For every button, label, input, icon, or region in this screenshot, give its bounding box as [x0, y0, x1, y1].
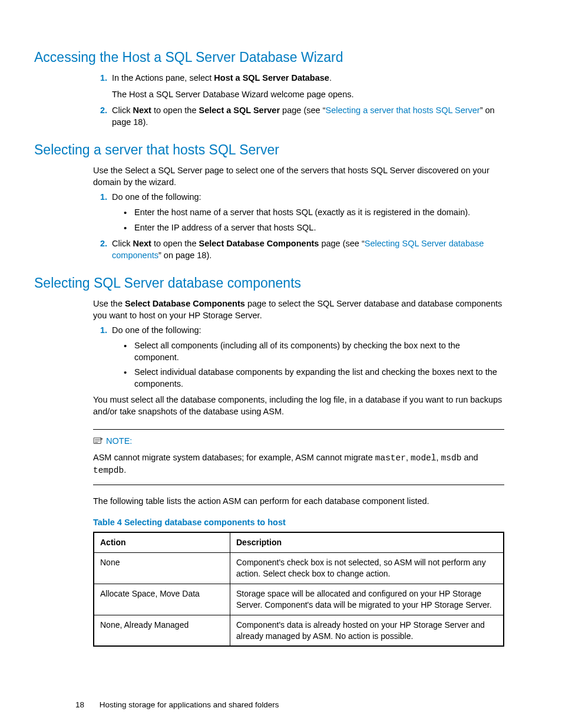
bullet-item: Enter the host name of a server that hos…: [124, 207, 504, 219]
step-number: 1.: [93, 192, 107, 203]
paragraph: You must select all the database compone…: [93, 394, 504, 417]
text: ,: [437, 453, 441, 462]
step-1: 1. Do one of the following: Enter the ho…: [93, 192, 504, 233]
text: and: [461, 453, 478, 462]
step-text: Do one of the following:: [112, 325, 201, 335]
table-row: None, Already Managed Component's data i…: [94, 615, 504, 646]
step-text: ” on page 18).: [158, 251, 211, 260]
code-text: msdb: [441, 453, 462, 463]
strong-text: Next: [133, 239, 151, 248]
step-2: 2. Click Next to open the Select a SQL S…: [93, 105, 504, 128]
code-text: tempdb: [93, 466, 124, 475]
intro-text: Use the Select a SQL Server page to sele…: [93, 165, 504, 188]
note-heading: NOTE:: [93, 436, 504, 449]
step-text: to open the: [151, 106, 199, 115]
note-icon: [93, 437, 104, 449]
step-1: 1. Do one of the following: Select all c…: [93, 325, 504, 390]
text: ,: [406, 453, 411, 462]
footer-title: Hosting storage for applications and sha…: [100, 700, 279, 709]
xref-link[interactable]: Selecting a server that hosts SQL Server: [325, 106, 480, 115]
step-text: to open the: [151, 239, 199, 248]
bullet-item: Enter the IP address of a server that ho…: [124, 222, 504, 234]
step-text: Do one of the following:: [112, 192, 201, 202]
heading-accessing-wizard: Accessing the Host a SQL Server Database…: [34, 48, 528, 67]
step-2: 2. Click Next to open the Select Databas…: [93, 238, 504, 261]
strong-text: Next: [133, 106, 151, 115]
column-header-description: Description: [230, 532, 504, 552]
components-table: Action Description None Component's chec…: [93, 532, 504, 647]
cell-action: Allocate Space, Move Data: [94, 584, 230, 615]
bullet-item: Select all components (including all of …: [124, 340, 504, 363]
strong-text: Select Database Components: [125, 299, 245, 308]
text: ASM cannot migrate system databases; for…: [93, 453, 375, 462]
page-number: 18: [75, 700, 84, 710]
cell-description: Component's data is already hosted on yo…: [230, 615, 504, 646]
heading-selecting-server: Selecting a server that hosts SQL Server: [34, 141, 528, 159]
strong-text: Host a SQL Server Database: [214, 73, 329, 83]
code-text: master: [375, 453, 406, 463]
step-number: 1.: [93, 73, 107, 84]
table-row: Allocate Space, Move Data Storage space …: [94, 584, 504, 615]
cell-action: None: [94, 553, 230, 584]
code-text: model: [411, 453, 437, 463]
section-1-body: 1. In the Actions pane, select Host a SQ…: [93, 73, 504, 128]
step-subtext: The Host a SQL Server Database Wizard we…: [112, 89, 504, 101]
cell-description: Storage space will be allocated and conf…: [230, 584, 504, 615]
paragraph: The following table lists the action ASM…: [93, 496, 504, 508]
cell-action: None, Already Managed: [94, 615, 230, 646]
table-row: None Component's check box is not select…: [94, 553, 504, 584]
section-2-body: Use the Select a SQL Server page to sele…: [93, 165, 504, 261]
step-number: 2.: [93, 238, 107, 250]
page-footer: 18 Hosting storage for applications and …: [75, 700, 528, 710]
step-text: page (see “: [280, 106, 325, 115]
step-text: .: [329, 73, 332, 83]
strong-text: Select Database Components: [199, 239, 319, 248]
note-text: ASM cannot migrate system databases; for…: [93, 452, 504, 476]
step-text: Click: [112, 239, 133, 248]
table-caption: Table 4 Selecting database components to…: [93, 517, 504, 529]
text: .: [124, 465, 126, 475]
note-block: NOTE: ASM cannot migrate system database…: [93, 429, 504, 485]
column-header-action: Action: [94, 532, 230, 552]
bullet-item: Select individual database components by…: [124, 367, 504, 390]
heading-selecting-components: Selecting SQL Server database components: [34, 274, 528, 292]
note-label: NOTE:: [106, 436, 132, 446]
text: Use the: [93, 299, 125, 308]
step-text: Click: [112, 106, 133, 115]
step-text: In the Actions pane, select: [112, 73, 214, 83]
step-text: page (see “: [319, 239, 364, 248]
strong-text: Select a SQL Server: [199, 106, 280, 115]
cell-description: Component's check box is not selected, s…: [230, 553, 504, 584]
step-1: 1. In the Actions pane, select Host a SQ…: [93, 73, 504, 100]
step-number: 1.: [93, 325, 107, 337]
section-3-body: Use the Select Database Components page …: [93, 298, 504, 647]
intro-text: Use the Select Database Components page …: [93, 298, 504, 321]
table-header-row: Action Description: [94, 532, 504, 552]
step-number: 2.: [93, 105, 107, 117]
